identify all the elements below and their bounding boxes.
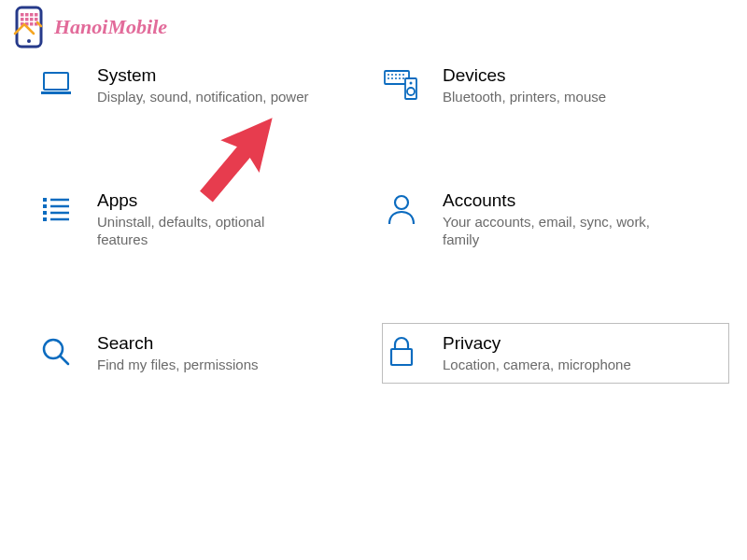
settings-grid: System Display, sound, notification, pow… (37, 56, 747, 383)
svg-rect-41 (391, 349, 412, 365)
tile-title: Accounts (443, 190, 657, 211)
tile-title: System (97, 65, 309, 86)
tile-desc: Find my files, permissions (97, 356, 259, 374)
svg-point-38 (395, 196, 408, 209)
tile-apps[interactable]: Apps Uninstall, defaults, optional featu… (37, 181, 383, 259)
tile-desc: Display, sound, notification, power (97, 88, 309, 106)
svg-rect-30 (43, 198, 47, 202)
tile-privacy[interactable]: Privacy Location, camera, microphone (382, 323, 729, 385)
svg-point-13 (27, 39, 31, 43)
tile-body: Devices Bluetooth, printers, mouse (443, 65, 606, 106)
svg-rect-15 (41, 91, 71, 94)
laptop-icon (37, 65, 75, 103)
keyboard-speaker-icon (383, 65, 420, 103)
tile-body: Apps Uninstall, defaults, optional featu… (97, 190, 312, 249)
tile-devices[interactable]: Devices Bluetooth, printers, mouse (383, 56, 728, 116)
tile-body: Search Find my files, permissions (97, 333, 259, 374)
svg-rect-1 (21, 13, 24, 17)
svg-point-28 (410, 82, 413, 85)
svg-rect-31 (43, 204, 47, 208)
svg-rect-11 (30, 22, 34, 26)
svg-rect-4 (35, 13, 38, 17)
tile-body: Accounts Your accounts, email, sync, wor… (443, 190, 657, 249)
tile-search[interactable]: Search Find my files, permissions (37, 324, 383, 384)
svg-rect-7 (30, 18, 34, 21)
watermark-phone-icon (11, 6, 50, 49)
watermark-text: HanoiMobile (54, 15, 167, 39)
svg-rect-8 (35, 18, 38, 21)
svg-rect-6 (25, 18, 29, 21)
tile-system[interactable]: System Display, sound, notification, pow… (37, 56, 383, 116)
tile-desc: Uninstall, defaults, optional features (97, 213, 312, 249)
person-icon (383, 190, 420, 228)
apps-list-icon (37, 190, 75, 228)
svg-rect-5 (21, 18, 24, 21)
svg-rect-33 (43, 217, 47, 221)
tile-title: Devices (443, 65, 606, 86)
tile-body: Privacy Location, camera, microphone (443, 333, 631, 374)
tile-title: Search (97, 333, 259, 354)
svg-rect-3 (30, 13, 34, 17)
svg-rect-32 (43, 211, 47, 215)
tile-accounts[interactable]: Accounts Your accounts, email, sync, wor… (383, 181, 728, 259)
tile-desc: Your accounts, email, sync, work, family (443, 213, 657, 249)
tile-body: System Display, sound, notification, pow… (97, 65, 309, 106)
svg-point-39 (44, 340, 63, 358)
search-icon (37, 333, 75, 371)
tile-title: Privacy (443, 333, 631, 354)
tile-desc: Bluetooth, printers, mouse (443, 88, 606, 106)
svg-line-40 (61, 357, 68, 364)
watermark: HanoiMobile (11, 6, 167, 49)
svg-rect-2 (25, 13, 29, 17)
svg-rect-14 (44, 73, 68, 90)
tile-title: Apps (97, 190, 312, 211)
tile-desc: Location, camera, microphone (443, 356, 631, 374)
lock-icon (383, 333, 420, 371)
